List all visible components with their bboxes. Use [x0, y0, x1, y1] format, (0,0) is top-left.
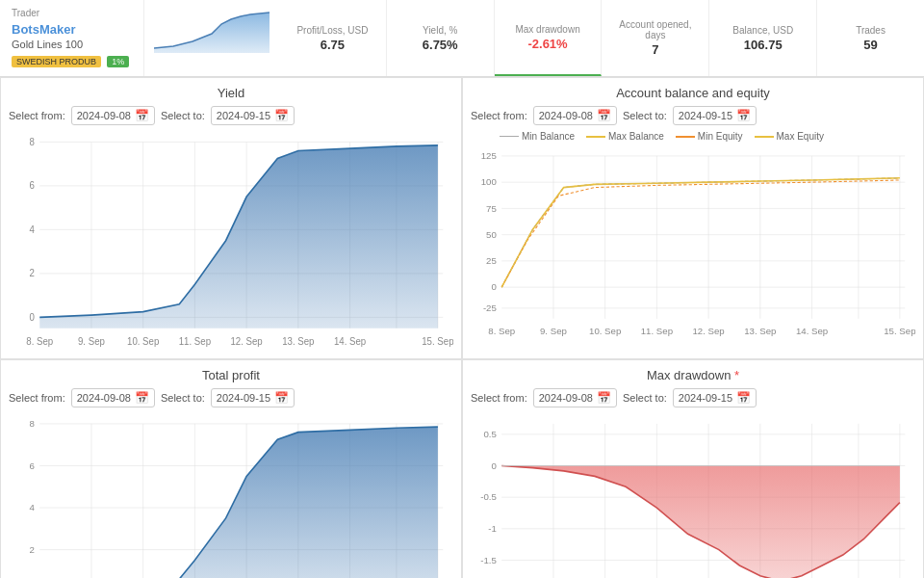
svg-text:100: 100 [481, 176, 498, 187]
yield-from-label: Select from: [9, 110, 65, 121]
balance-chart-area: 125 100 75 50 25 0 -25 8. Sep 9. Sep 10.… [471, 145, 915, 351]
total-profit-to-label: Select to: [161, 392, 205, 404]
svg-text:14. Sep: 14. Sep [796, 326, 828, 336]
max-drawdown-from-input[interactable]: 2024-09-08 📅 [533, 388, 617, 407]
svg-text:0.5: 0.5 [483, 428, 496, 438]
col-balance-value: 106.75 [744, 38, 783, 52]
yield-to-label: Select to: [161, 110, 205, 121]
max-drawdown-date-row: Select from: 2024-09-08 📅 Select to: 202… [471, 388, 915, 407]
balance-to-value: 2024-09-15 [679, 110, 732, 121]
max-drawdown-to-input[interactable]: 2024-09-15 📅 [673, 388, 757, 407]
trader-column-label: Trader [12, 8, 132, 18]
svg-text:-25: -25 [483, 302, 497, 313]
legend-min-balance-label: Min Balance [522, 131, 575, 142]
legend-max-balance-dot [586, 136, 605, 138]
svg-text:75: 75 [486, 203, 497, 214]
svg-text:0: 0 [491, 281, 497, 292]
col-trades-label: Trades [856, 25, 886, 36]
col-yield-value: 6.75% [423, 38, 458, 52]
header-columns: Profit/Loss, USD 6.75 Yield, % 6.75% Max… [279, 0, 924, 76]
trader-subtitle: Gold Lines 100 [12, 39, 132, 50]
header-bar: Trader BotsMaker Gold Lines 100 SWEDISH … [0, 0, 924, 77]
badge-percent: 1% [107, 56, 129, 67]
svg-text:0: 0 [491, 460, 497, 470]
total-profit-chart-area: 8 6 4 2 0 8. Sep 9. Sep 10. Sep 11. Sep … [9, 413, 453, 579]
balance-date-row: Select from: 2024-09-08 📅 Select to: 202… [471, 106, 915, 125]
svg-text:14. Sep: 14. Sep [334, 336, 367, 347]
max-drawdown-to-value: 2024-09-15 [679, 392, 732, 404]
balance-to-input[interactable]: 2024-09-15 📅 [673, 106, 757, 125]
svg-text:11. Sep: 11. Sep [641, 326, 673, 336]
trader-name[interactable]: BotsMaker [12, 22, 132, 37]
col-yield: Yield, % 6.75% [387, 0, 495, 76]
total-profit-to-value: 2024-09-15 [217, 392, 270, 404]
col-profit-loss-value: 6.75 [321, 38, 345, 52]
total-profit-from-input[interactable]: 2024-09-08 📅 [71, 388, 155, 407]
balance-title: Account balance and equity [471, 86, 915, 100]
total-profit-from-calendar-icon: 📅 [135, 391, 149, 405]
svg-text:2: 2 [29, 543, 34, 554]
legend-min-equity-label: Min Equity [698, 131, 743, 142]
legend-max-equity-dot [755, 136, 774, 138]
svg-text:15. Sep: 15. Sep [422, 336, 453, 347]
total-profit-date-row: Select from: 2024-09-08 📅 Select to: 202… [9, 388, 453, 407]
svg-text:-1: -1 [488, 523, 497, 534]
max-drawdown-panel: Max drawdown * Select from: 2024-09-08 📅… [462, 359, 924, 579]
main-content: Yield Select from: 2024-09-08 📅 Select t… [0, 77, 924, 578]
col-yield-label: Yield, % [423, 25, 457, 36]
max-drawdown-from-label: Select from: [471, 392, 527, 404]
total-profit-to-input[interactable]: 2024-09-15 📅 [211, 388, 295, 407]
svg-text:-0.5: -0.5 [480, 491, 497, 502]
col-account-opened-label: Account opened, days [609, 19, 701, 40]
max-drawdown-chart-svg: 0.5 0 -0.5 -1 -1.5 -2 8. Sep 9. Sep 10. … [471, 413, 915, 579]
total-profit-to-calendar-icon: 📅 [274, 391, 289, 405]
total-profit-from-value: 2024-09-08 [77, 392, 131, 404]
legend-max-equity-label: Max Equity [777, 131, 824, 142]
col-balance: Balance, USD 106.75 [709, 0, 817, 76]
balance-from-value: 2024-09-08 [539, 110, 593, 121]
svg-text:12. Sep: 12. Sep [230, 336, 263, 347]
col-balance-label: Balance, USD [732, 25, 793, 36]
col-account-opened-value: 7 [652, 42, 658, 57]
svg-text:125: 125 [481, 150, 497, 161]
svg-text:13. Sep: 13. Sep [282, 336, 315, 347]
svg-text:50: 50 [486, 229, 497, 240]
max-drawdown-from-value: 2024-09-08 [539, 392, 593, 404]
svg-text:8: 8 [29, 137, 35, 147]
total-profit-chart-svg: 8 6 4 2 0 8. Sep 9. Sep 10. Sep 11. Sep … [9, 413, 453, 579]
badge-swedish: SWEDISH PRODUB [12, 56, 101, 67]
col-profit-loss: Profit/Loss, USD 6.75 [279, 0, 387, 76]
yield-to-calendar-icon: 📅 [274, 109, 289, 122]
total-profit-title: Total profit [9, 368, 453, 382]
svg-text:2: 2 [29, 268, 35, 278]
svg-text:25: 25 [486, 255, 497, 266]
col-trades: Trades 59 [817, 0, 924, 76]
svg-text:8. Sep: 8. Sep [488, 326, 515, 336]
col-profit-loss-label: Profit/Loss, USD [296, 25, 368, 36]
balance-from-input[interactable]: 2024-09-08 📅 [533, 106, 617, 125]
col-account-opened: Account opened, days 7 [602, 0, 709, 76]
col-max-drawdown-label: Max drawdown [515, 24, 579, 35]
balance-from-label: Select from: [471, 110, 527, 121]
legend-max-equity: Max Equity [755, 131, 824, 142]
svg-text:9. Sep: 9. Sep [540, 326, 567, 336]
max-drawdown-asterisk: * [734, 368, 739, 382]
trader-info: Trader BotsMaker Gold Lines 100 SWEDISH … [0, 0, 144, 76]
total-profit-from-label: Select from: [9, 392, 65, 404]
yield-from-input[interactable]: 2024-09-08 📅 [71, 106, 155, 125]
yield-from-calendar-icon: 📅 [135, 109, 149, 122]
max-drawdown-title: Max drawdown * [471, 368, 915, 382]
legend-min-equity-dot [676, 136, 695, 138]
yield-chart-svg: 8 6 4 2 0 8. Sep 9. Sep 10. Sep 11. Sep … [9, 131, 453, 351]
svg-text:4: 4 [29, 224, 35, 235]
max-drawdown-from-calendar-icon: 📅 [597, 391, 611, 405]
total-profit-panel: Total profit Select from: 2024-09-08 📅 S… [0, 359, 462, 579]
svg-text:10. Sep: 10. Sep [589, 326, 621, 336]
svg-text:11. Sep: 11. Sep [179, 336, 212, 347]
yield-title: Yield [9, 86, 453, 100]
legend-max-balance: Max Balance [586, 131, 664, 142]
col-max-drawdown: Max drawdown -2.61% [495, 0, 603, 76]
legend-max-balance-label: Max Balance [608, 131, 664, 142]
yield-to-input[interactable]: 2024-09-15 📅 [211, 106, 295, 125]
balance-to-calendar-icon: 📅 [736, 109, 751, 122]
